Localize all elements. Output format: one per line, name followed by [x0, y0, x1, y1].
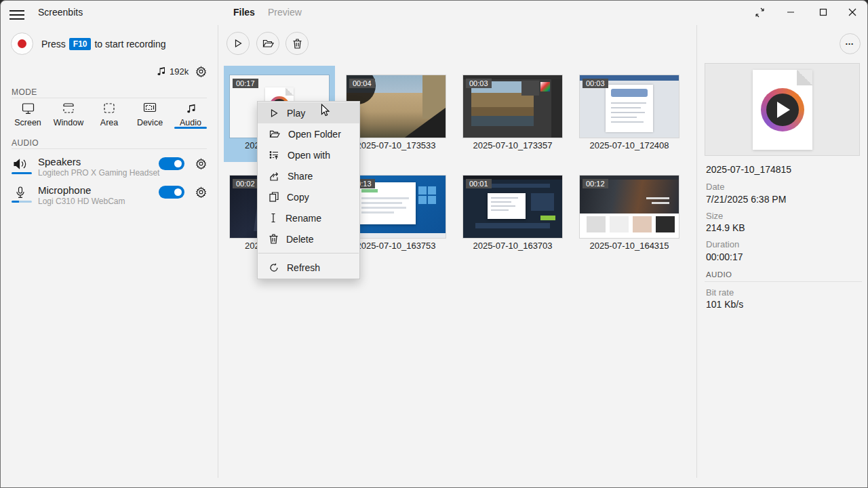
file-icon	[753, 70, 812, 150]
menu-item-label: Rename	[285, 213, 321, 224]
music-note-icon	[157, 66, 166, 77]
duration-badge: 00:01	[466, 179, 492, 188]
more-button[interactable]: …	[840, 33, 861, 54]
menu-separator	[258, 253, 359, 253]
mode-device-label: Device	[130, 118, 170, 127]
open-folder-icon	[269, 129, 280, 138]
titlebar: Screenbits Files Preview	[1, 1, 867, 25]
refresh-icon	[269, 263, 279, 272]
screenbits-window: Screenbits Files Preview PressF10to star…	[0, 0, 868, 488]
delete-icon	[293, 39, 302, 49]
audio-quality-gear-icon[interactable]	[195, 66, 207, 77]
record-button[interactable]	[11, 33, 33, 55]
menu-item-share[interactable]: Share	[258, 165, 359, 186]
microphone-gear-icon[interactable]	[195, 186, 207, 198]
speakers-description: Logitech PRO X Gaming Headset	[38, 168, 159, 178]
menu-item-open-folder[interactable]: Open Folder	[258, 123, 359, 144]
thumbnail-image: 00:13	[347, 176, 446, 238]
play-icon	[269, 108, 279, 118]
audio-icon	[170, 102, 211, 116]
microphone-toggle[interactable]	[159, 186, 184, 199]
share-icon	[269, 171, 279, 181]
mode-screen[interactable]: Screen	[7, 102, 48, 127]
device-icon	[130, 102, 170, 116]
details-audio-section-label: AUDIO	[706, 270, 732, 279]
menu-item-label: Refresh	[287, 262, 320, 273]
size-label: Size	[706, 211, 723, 221]
window-icon	[48, 102, 89, 116]
mode-area[interactable]: Area	[89, 102, 130, 127]
app-title: Screenbits	[38, 7, 83, 18]
play-icon	[233, 39, 243, 48]
duration-value: 00:00:17	[706, 251, 743, 262]
minimize-icon[interactable]	[775, 1, 806, 24]
sidebar-divider	[218, 25, 218, 478]
more-icon: …	[845, 37, 855, 47]
menu-item-play[interactable]: Play	[258, 102, 359, 123]
menu-item-open-with[interactable]: Open with	[258, 144, 359, 165]
microphone-level-meter	[12, 201, 32, 203]
duration-badge: 00:03	[583, 79, 608, 88]
mode-window-label: Window	[48, 118, 89, 127]
bitrate-label: Bit rate	[706, 287, 734, 298]
file-tile[interactable]: 00:03 2025-07-10_173357	[457, 66, 568, 162]
details-divider	[696, 25, 697, 478]
microphone-description: Logi C310 HD WebCam	[38, 197, 125, 206]
tab-preview[interactable]: Preview	[268, 7, 302, 18]
maximize-icon[interactable]	[808, 1, 839, 24]
menu-item-delete[interactable]: Delete	[258, 228, 359, 249]
file-name: 2025-07-10_172408	[574, 140, 685, 150]
hamburger-menu-icon[interactable]	[9, 7, 24, 18]
file-tile[interactable]: 00:12 2025-07-10_164315	[574, 166, 685, 262]
speakers-toggle[interactable]	[159, 157, 184, 170]
size-value: 214.9 KB	[706, 222, 745, 233]
menu-item-rename[interactable]: Rename	[258, 207, 359, 228]
duration-label: Duration	[706, 239, 739, 249]
mode-audio[interactable]: Audio	[170, 102, 211, 127]
file-tile[interactable]: 00:03 2025-07-10_172408	[574, 66, 685, 162]
file-name: 2025-07-10_164315	[574, 241, 685, 251]
copy-icon	[269, 192, 279, 202]
date-value: 7/21/2025 6:38 PM	[706, 194, 786, 205]
record-hint: PressF10to start recording	[41, 39, 166, 51]
record-dot-icon	[18, 39, 26, 48]
menu-item-label: Copy	[287, 192, 309, 203]
menu-item-label: Open Folder	[288, 129, 341, 140]
mode-area-label: Area	[89, 118, 130, 127]
duration-badge: 00:04	[349, 79, 375, 88]
speakers-level-meter	[12, 172, 32, 174]
duration-badge: 00:02	[233, 179, 258, 188]
menu-item-label: Share	[288, 171, 313, 182]
file-preview	[705, 63, 860, 156]
delete-icon	[269, 234, 278, 244]
duration-badge: 00:17	[233, 79, 258, 88]
microphone-icon	[16, 186, 25, 199]
mode-device[interactable]: Device	[130, 102, 170, 127]
open-with-icon	[269, 150, 279, 160]
menu-item-label: Delete	[286, 234, 313, 245]
thumbnail-image: 00:03	[463, 75, 562, 138]
play-logo-icon	[777, 102, 790, 118]
speakers-gear-icon[interactable]	[195, 158, 207, 169]
tab-files[interactable]: Files	[233, 7, 255, 18]
play-button[interactable]	[226, 32, 250, 55]
file-tile[interactable]: 00:01 2025-07-10_163703	[457, 166, 568, 262]
mode-divider	[12, 98, 207, 98]
rename-icon	[269, 213, 277, 223]
open-folder-button[interactable]	[256, 32, 279, 55]
close-icon[interactable]	[837, 1, 868, 24]
bitrate-value: 101 Kb/s	[706, 299, 743, 310]
menu-item-label: Open with	[288, 150, 330, 161]
duration-badge: 00:03	[466, 79, 492, 88]
hotkey-badge: F10	[69, 38, 92, 50]
menu-item-copy[interactable]: Copy	[258, 186, 359, 207]
delete-button[interactable]	[285, 32, 309, 55]
mode-window[interactable]: Window	[48, 102, 89, 127]
compact-overlay-icon[interactable]	[744, 1, 775, 24]
mode-section-label: MODE	[12, 87, 37, 97]
area-icon	[89, 102, 130, 116]
file-name: 2025-07-10_163703	[457, 241, 568, 251]
thumbnail-image: 00:03	[580, 75, 679, 138]
speakers-name: Speakers	[38, 156, 81, 167]
menu-item-refresh[interactable]: Refresh	[258, 257, 359, 278]
